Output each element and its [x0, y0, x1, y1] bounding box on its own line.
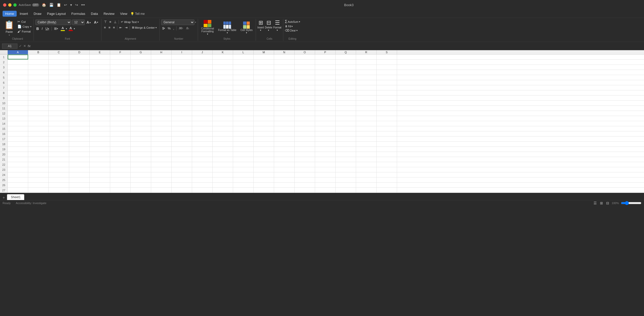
- cell-R24[interactable]: [356, 172, 377, 177]
- cell-S20[interactable]: [377, 152, 397, 157]
- cell-A1[interactable]: [8, 55, 28, 59]
- cell-C14[interactable]: [49, 121, 69, 126]
- cell-K17[interactable]: [213, 136, 233, 141]
- cell-H6[interactable]: [151, 80, 172, 85]
- cell-C8[interactable]: [49, 90, 69, 95]
- cell-S22[interactable]: [377, 162, 397, 167]
- cell-H24[interactable]: [151, 172, 172, 177]
- cell-J23[interactable]: [192, 167, 213, 172]
- cell-J2[interactable]: [192, 60, 213, 65]
- cell-R4[interactable]: [356, 70, 377, 75]
- insert-dropdown[interactable]: ▾: [260, 29, 261, 31]
- cell-A27[interactable]: [8, 188, 28, 193]
- row-header-14[interactable]: 14: [0, 121, 8, 126]
- cell-C26[interactable]: [49, 183, 69, 187]
- cell-I6[interactable]: [172, 80, 192, 85]
- cell-G16[interactable]: [131, 131, 151, 136]
- cell-B18[interactable]: [28, 142, 49, 146]
- cell-H25[interactable]: [151, 177, 172, 182]
- row-header-11[interactable]: 11: [0, 106, 8, 111]
- cell-R16[interactable]: [356, 131, 377, 136]
- font-color-btn[interactable]: A ▾: [68, 26, 75, 31]
- font-color-button[interactable]: A: [68, 26, 74, 31]
- cell-J11[interactable]: [192, 106, 213, 111]
- cell-S17[interactable]: [377, 136, 397, 141]
- cell-Q26[interactable]: [336, 183, 356, 187]
- cell-E8[interactable]: [90, 90, 110, 95]
- cell-C27[interactable]: [49, 188, 69, 193]
- cell-L12[interactable]: [233, 111, 254, 116]
- cell-M3[interactable]: [254, 65, 274, 70]
- cell-A17[interactable]: [8, 136, 28, 141]
- cell-J21[interactable]: [192, 157, 213, 162]
- cell-M26[interactable]: [254, 183, 274, 187]
- cell-M21[interactable]: [254, 157, 274, 162]
- col-header-P[interactable]: P: [315, 50, 336, 54]
- cell-C22[interactable]: [49, 162, 69, 167]
- cell-A6[interactable]: [8, 80, 28, 85]
- save-icon[interactable]: 💾: [49, 2, 54, 7]
- cell-G17[interactable]: [131, 136, 151, 141]
- cell-C18[interactable]: [49, 142, 69, 146]
- cell-E20[interactable]: [90, 152, 110, 157]
- cell-R9[interactable]: [356, 96, 377, 100]
- number-format-dropdown[interactable]: ▾: [195, 21, 196, 24]
- row-header-16[interactable]: 16: [0, 131, 8, 136]
- cell-E4[interactable]: [90, 70, 110, 75]
- cell-G9[interactable]: [131, 96, 151, 100]
- bottom-align-button[interactable]: ⊥: [113, 19, 118, 24]
- cell-C5[interactable]: [49, 75, 69, 80]
- cell-D10[interactable]: [69, 101, 90, 106]
- cell-P20[interactable]: [315, 152, 336, 157]
- cell-K21[interactable]: [213, 157, 233, 162]
- cell-C12[interactable]: [49, 111, 69, 116]
- middle-align-button[interactable]: ≡: [108, 19, 112, 24]
- cell-I4[interactable]: [172, 70, 192, 75]
- cell-P23[interactable]: [315, 167, 336, 172]
- format-as-table-button[interactable]: Format as Table ▾: [216, 21, 238, 35]
- cell-A18[interactable]: [8, 142, 28, 146]
- cell-N24[interactable]: [274, 172, 295, 177]
- cell-B24[interactable]: [28, 172, 49, 177]
- cell-E7[interactable]: [90, 85, 110, 90]
- cell-J26[interactable]: [192, 183, 213, 187]
- cell-N3[interactable]: [274, 65, 295, 70]
- cell-C11[interactable]: [49, 106, 69, 111]
- bold-button[interactable]: B: [35, 26, 40, 31]
- cell-O14[interactable]: [295, 121, 315, 126]
- cell-K23[interactable]: [213, 167, 233, 172]
- cell-Q1[interactable]: [336, 55, 356, 59]
- cell-G25[interactable]: [131, 177, 151, 182]
- cell-H7[interactable]: [151, 85, 172, 90]
- cell-N10[interactable]: [274, 101, 295, 106]
- fill-dropdown[interactable]: ▾: [66, 27, 67, 30]
- cell-S26[interactable]: [377, 183, 397, 187]
- cell-D12[interactable]: [69, 111, 90, 116]
- cell-A24[interactable]: [8, 172, 28, 177]
- paste-dropdown-arrow[interactable]: ▾: [9, 34, 10, 36]
- cell-C17[interactable]: [49, 136, 69, 141]
- cell-P17[interactable]: [315, 136, 336, 141]
- cell-A16[interactable]: [8, 131, 28, 136]
- cell-O20[interactable]: [295, 152, 315, 157]
- cell-I11[interactable]: [172, 106, 192, 111]
- cell-I1[interactable]: [172, 55, 192, 59]
- cell-R10[interactable]: [356, 101, 377, 106]
- cell-D9[interactable]: [69, 96, 90, 100]
- cell-B26[interactable]: [28, 183, 49, 187]
- cell-Q7[interactable]: [336, 85, 356, 90]
- cell-S7[interactable]: [377, 85, 397, 90]
- cell-P5[interactable]: [315, 75, 336, 80]
- merge-dropdown[interactable]: ▾: [155, 26, 157, 29]
- cell-N17[interactable]: [274, 136, 295, 141]
- cell-I10[interactable]: [172, 101, 192, 106]
- autosum-dropdown[interactable]: ▾: [299, 20, 300, 23]
- cell-D17[interactable]: [69, 136, 90, 141]
- cell-B4[interactable]: [28, 70, 49, 75]
- row-header-8[interactable]: 8: [0, 90, 8, 95]
- menu-view[interactable]: View: [118, 11, 130, 17]
- cell-R8[interactable]: [356, 90, 377, 95]
- cell-R17[interactable]: [356, 136, 377, 141]
- cell-Q3[interactable]: [336, 65, 356, 70]
- cell-A4[interactable]: [8, 70, 28, 75]
